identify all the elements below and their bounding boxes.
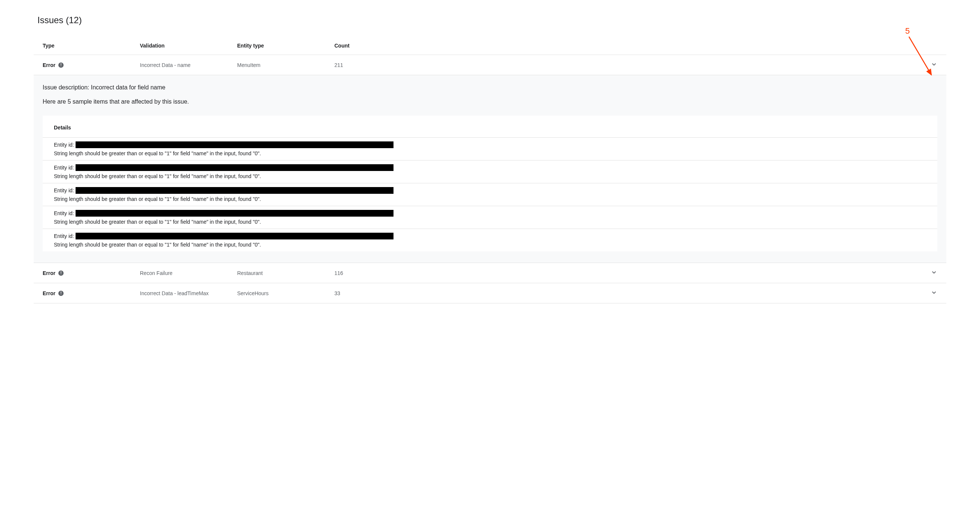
redacted-entity-id (76, 210, 393, 217)
error-icon: ! (58, 291, 64, 296)
issue-entity-type: MenuItem (237, 62, 334, 68)
issue-count: 33 (334, 290, 923, 296)
issue-type-label: Error (43, 290, 56, 296)
redacted-entity-id (76, 187, 393, 194)
redacted-entity-id (76, 164, 393, 171)
entity-id-label: Entity id: (54, 233, 74, 239)
chevron-down-icon[interactable] (931, 289, 937, 298)
issue-validation: Recon Failure (140, 270, 237, 276)
header-count: Count (334, 43, 923, 49)
entity-id-label: Entity id: (54, 142, 74, 148)
entity-id-label: Entity id: (54, 165, 74, 170)
detail-item: Entity id: String length should be great… (43, 183, 937, 206)
issue-count: 116 (334, 270, 923, 276)
header-validation: Validation (140, 43, 237, 49)
chevron-down-icon[interactable] (931, 61, 937, 69)
details-card: Details Entity id: String length should … (43, 116, 937, 252)
error-icon: ! (58, 62, 64, 68)
issue-entity-type: ServiceHours (237, 290, 334, 296)
page-title: Issues (12) (33, 15, 947, 25)
detail-message: String length should be greater than or … (54, 196, 926, 202)
table-header-row: Type Validation Entity type Count (33, 37, 947, 55)
issue-expanded-panel: Issue description: Incorrect data for fi… (33, 75, 947, 263)
entity-id-label: Entity id: (54, 210, 74, 216)
header-type: Type (43, 43, 140, 49)
error-icon: ! (58, 271, 64, 276)
details-heading: Details (43, 124, 937, 137)
issue-validation: Incorrect Data - leadTimeMax (140, 290, 237, 296)
issue-row[interactable]: Error ! Incorrect Data - leadTimeMax Ser… (33, 283, 947, 303)
redacted-entity-id (76, 233, 393, 239)
issue-row[interactable]: Error ! Recon Failure Restaurant 116 (33, 263, 947, 283)
issue-validation: Incorrect Data - name (140, 62, 237, 68)
detail-message: String length should be greater than or … (54, 173, 926, 179)
detail-item: Entity id: String length should be great… (43, 137, 937, 160)
annotation-label: 5 (905, 26, 910, 36)
detail-item: Entity id: String length should be great… (43, 229, 937, 252)
redacted-entity-id (76, 142, 393, 148)
issue-description: Issue description: Incorrect data for fi… (43, 84, 937, 91)
sample-items-text: Here are 5 sample items that are affecte… (43, 99, 937, 105)
detail-item: Entity id: String length should be great… (43, 160, 937, 183)
issue-count: 211 (334, 62, 923, 68)
issue-type-label: Error (43, 270, 56, 276)
issue-type-label: Error (43, 62, 56, 68)
detail-message: String length should be greater than or … (54, 242, 926, 248)
issue-row[interactable]: Error ! Incorrect Data - name MenuItem 2… (33, 55, 947, 75)
issue-entity-type: Restaurant (237, 270, 334, 276)
entity-id-label: Entity id: (54, 188, 74, 193)
header-entity-type: Entity type (237, 43, 334, 49)
issues-table: Type Validation Entity type Count Error … (33, 37, 947, 303)
detail-message: String length should be greater than or … (54, 150, 926, 156)
detail-message: String length should be greater than or … (54, 219, 926, 225)
detail-item: Entity id: String length should be great… (43, 206, 937, 229)
chevron-down-icon[interactable] (931, 269, 937, 277)
